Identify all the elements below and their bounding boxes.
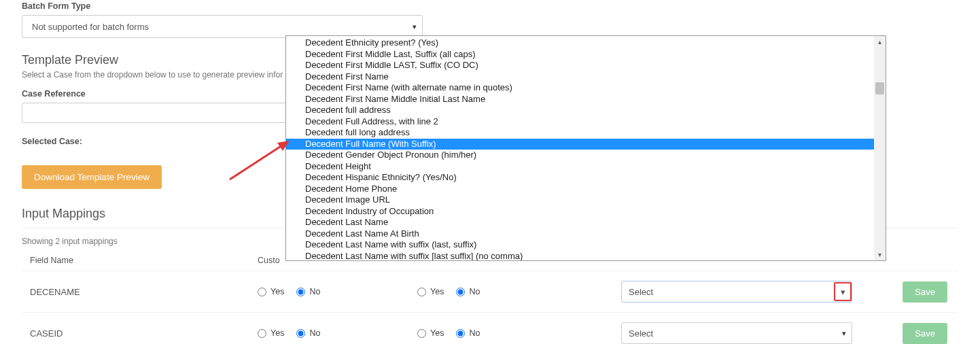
secondary-yn-no-label: No [469,287,480,296]
mapping-select[interactable]: Select▾ [621,281,852,303]
custom-yn-no-radio[interactable] [296,288,305,296]
mapping-select-value: Select [629,287,653,297]
save-button[interactable]: Save [903,323,947,344]
download-template-preview-button[interactable]: Download Template Preview [22,165,162,189]
dropdown-scrollbar[interactable]: ▴ ▾ [874,36,886,260]
chevron-down-icon: ▾ [842,329,846,338]
custom-yn-yes-label: Yes [270,287,284,296]
secondary-yn: YesNo [417,287,621,296]
secondary-yn-yes-radio[interactable] [417,288,426,296]
save-button[interactable]: Save [903,281,947,303]
scrollbar-thumb[interactable] [875,82,884,94]
th-field-name: Field Name [30,256,258,265]
dropdown-option[interactable]: Decedent Last Name At Birth [286,228,874,240]
dropdown-option[interactable]: Decedent Home Phone [286,184,874,195]
dropdown-option[interactable]: Decedent Last Name [286,217,874,228]
dropdown-option[interactable]: Decedent First Middle Last, Suffix (all … [286,49,874,61]
field-name-cell: CASEID [30,328,258,339]
secondary-yn-no-label: No [469,328,480,338]
dropdown-option[interactable]: Decedent full address [286,105,874,116]
batch-form-type-label: Batch Form Type [22,1,958,11]
input-mappings-table: Field Name Custo DECENAMEYesNoYesNoSelec… [22,253,958,344]
dropdown-option[interactable]: Decedent full long address [286,127,874,139]
dropdown-option[interactable]: Decedent Image URL [286,194,874,206]
secondary-yn: YesNo [417,328,621,338]
secondary-yn-no-radio[interactable] [456,288,465,296]
secondary-yn-no-radio[interactable] [456,329,465,338]
secondary-yn-yes-label: Yes [430,287,444,296]
table-row: DECENAMEYesNoYesNoSelect▾Save [22,271,958,312]
scroll-up-icon[interactable]: ▴ [874,36,886,48]
dropdown-option[interactable]: Decedent First Middle LAST, Suffix (CO D… [286,60,874,71]
dropdown-option[interactable]: Decedent Last Name with suffix [last suf… [286,251,874,261]
chevron-down-icon[interactable]: ▾ [834,282,852,301]
dropdown-option[interactable]: Decedent Last Name with suffix (last, su… [286,239,874,251]
batch-form-type-select[interactable]: Not supported for batch forms ▾ [22,15,423,38]
custom-yn-yes-label: Yes [270,328,284,338]
chevron-down-icon: ▾ [413,22,417,31]
custom-yn-no-label: No [309,328,320,338]
dropdown-option[interactable]: Decedent First Name (with alternate name… [286,82,874,94]
custom-yn-yes-radio[interactable] [258,329,266,338]
dropdown-option[interactable]: Decedent Industry of Occupation [286,206,874,218]
secondary-yn-yes-radio[interactable] [417,329,426,338]
dropdown-option[interactable]: Decedent Height [286,161,874,173]
custom-yn-no-label: No [309,287,320,296]
scroll-down-icon[interactable]: ▾ [874,249,886,260]
svg-line-0 [230,144,284,179]
custom-yn-no-radio[interactable] [296,329,305,338]
batch-form-type-value: Not supported for batch forms [32,22,149,32]
dropdown-option[interactable]: Decedent Hispanic Ethnicity? (Yes/No) [286,172,874,184]
dropdown-option[interactable]: Decedent Full Name (With Suffix) [286,139,874,150]
dropdown-option[interactable]: Decedent Ethnicity present? (Yes) [286,37,874,49]
custom-yn-yes-radio[interactable] [258,288,266,296]
table-row: CASEIDYesNoYesNoSelect▾Save [22,312,958,344]
dropdown-option[interactable]: Decedent First Name Middle Initial Last … [286,94,874,105]
custom-yn: YesNo [258,287,417,296]
secondary-yn-yes-label: Yes [430,328,444,338]
mapping-select-value: Select [629,328,653,339]
field-options-dropdown[interactable]: Decedent Ethnicity present? (Yes)Deceden… [285,35,886,261]
custom-yn: YesNo [258,328,417,338]
dropdown-option[interactable]: Decedent First Name [286,71,874,83]
field-name-cell: DECENAME [30,287,258,297]
mapping-select[interactable]: Select▾ [621,322,852,344]
dropdown-option[interactable]: Decedent Gender Object Pronoun (him/her) [286,150,874,161]
dropdown-option[interactable]: Decedent Full Address, with line 2 [286,116,874,128]
